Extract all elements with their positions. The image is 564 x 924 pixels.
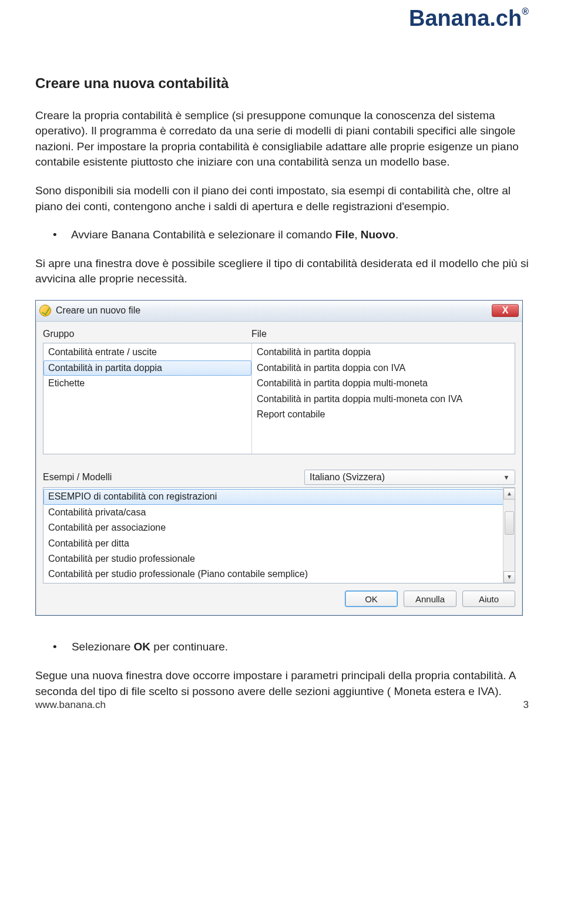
footer-site: www.banana.ch [35,698,106,712]
list-item[interactable]: Contabilità in partita doppia con IVA [252,360,515,376]
brand-logo: Banana.ch® [409,3,529,34]
list-item[interactable]: Etichette [43,376,251,391]
footer-page-number: 3 [523,698,529,712]
close-button[interactable]: X [492,304,519,317]
list-item[interactable]: Report contabile [252,407,515,422]
list-item[interactable]: Contabilità per ditta (Piano contabile s… [43,582,515,584]
scroll-thumb[interactable] [505,511,514,535]
file-listbox[interactable]: Contabilità in partita doppia Contabilit… [252,343,515,423]
page-title: Creare una nuova contabilità [35,73,529,93]
intro-para-1: Creare la propria contabilità è semplice… [35,108,529,170]
list-item[interactable]: ESEMPIO di contabilità con registrazioni [43,489,515,504]
list-item[interactable]: Contabilità in partita doppia multi-mone… [252,392,515,407]
list-item[interactable]: Contabilità in partita doppia [252,345,515,360]
ok-button[interactable]: OK [345,591,398,607]
dialog-titlebar: Creare un nuovo file X [36,301,522,322]
step-file-new: Avviare Banana Contabilità e selezionare… [53,227,529,243]
scroll-down-icon[interactable]: ▼ [503,571,515,583]
list-item[interactable]: Contabilità entrate / uscite [43,345,251,360]
list-item[interactable]: Contabilità per ditta [43,536,515,551]
chevron-down-icon: ▼ [502,473,511,482]
help-button[interactable]: Aiuto [462,591,515,607]
language-combo[interactable]: Italiano (Svizzera) ▼ [304,470,515,485]
list-item[interactable]: Contabilità per studio professionale (Pi… [43,566,515,582]
combo-value: Italiano (Svizzera) [310,471,502,484]
app-icon [39,305,51,316]
list-item[interactable]: Contabilità in partita doppia multi-mone… [252,376,515,391]
gruppo-label: Gruppo [43,328,251,340]
esempi-listbox[interactable]: ESEMPIO di contabilità con registrazioni… [43,488,515,584]
list-item[interactable]: Contabilità in partita doppia [43,360,251,376]
para-window-desc: Si apre una finestra dove è possibile sc… [35,256,529,287]
gruppo-listbox[interactable]: Contabilità entrate / uscite Contabilità… [43,343,251,392]
create-new-file-dialog: Creare un nuovo file X Gruppo File Conta… [35,300,523,616]
file-label: File [251,328,267,340]
list-item[interactable]: Contabilità per associazione [43,520,515,535]
scrollbar[interactable]: ▲ ▼ [503,488,515,583]
cancel-button[interactable]: Annulla [404,591,456,607]
dialog-title: Creare un nuovo file [56,304,492,317]
para-after: Segue una nuova finestra dove occorre im… [35,668,529,699]
intro-para-2: Sono disponibili sia modelli con il pian… [35,183,529,214]
list-item[interactable]: Contabilità per studio professionale [43,551,515,566]
step-select-ok: Selezionare OK per continuare. [53,639,529,655]
close-icon: X [502,304,509,317]
esempi-label: Esempi / Modelli [43,471,304,484]
list-item[interactable]: Contabilità privata/casa [43,505,515,520]
scroll-up-icon[interactable]: ▲ [503,488,515,500]
